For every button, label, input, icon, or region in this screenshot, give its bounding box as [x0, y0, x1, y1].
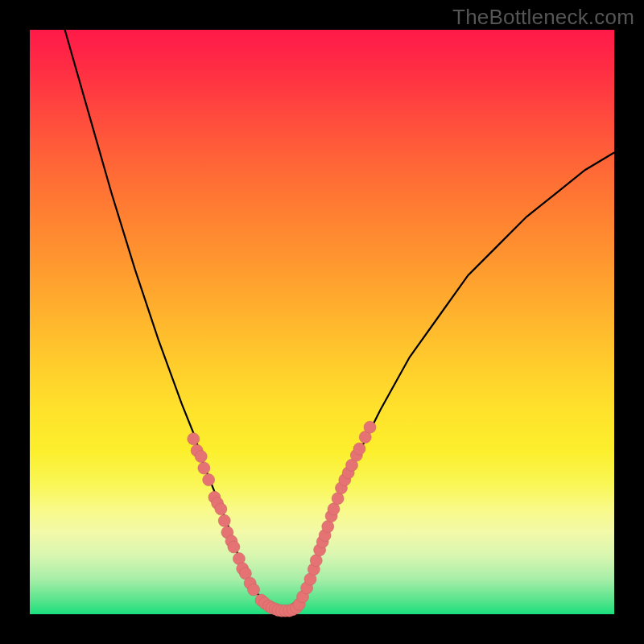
marker-point [353, 443, 365, 455]
chart-svg [30, 30, 614, 614]
marker-point [195, 450, 207, 462]
marker-point [332, 493, 344, 505]
marker-point [364, 421, 376, 433]
marker-point [328, 503, 340, 515]
marker-point [322, 521, 334, 533]
marker-point [218, 514, 230, 526]
marker-group [188, 421, 376, 617]
marker-point [203, 474, 215, 486]
marker-point [215, 503, 227, 515]
marker-point [228, 541, 240, 553]
marker-point [188, 433, 200, 445]
marker-point [248, 584, 260, 596]
marker-point [198, 462, 210, 474]
chart-frame: TheBottleneck.com [0, 0, 644, 644]
curve-left [65, 30, 275, 611]
watermark-text: TheBottleneck.com [452, 5, 634, 30]
marker-point [310, 555, 322, 567]
plot-area [30, 30, 614, 614]
